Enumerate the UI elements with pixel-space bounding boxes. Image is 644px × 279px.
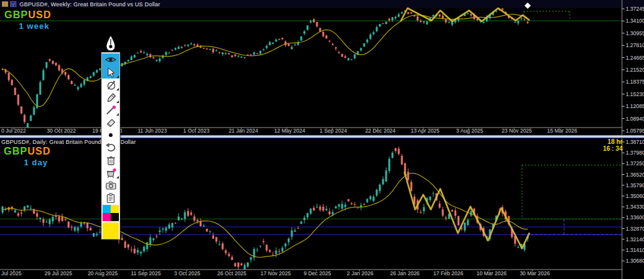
svg-text:23 Nov 2025: 23 Nov 2025 (502, 128, 532, 134)
svg-text:1.24665: 1.24665 (626, 55, 644, 61)
palette-cyan-swatch (103, 205, 111, 213)
clear-trash-tool[interactable] (102, 154, 119, 167)
svg-text:1.35790: 1.35790 (626, 182, 644, 189)
svg-text:0 Jul 2022: 0 Jul 2022 (1, 128, 26, 134)
timer-hours: 18 hr (603, 138, 623, 145)
color-palette[interactable] (102, 204, 119, 222)
svg-text:1.33600: 1.33600 (626, 214, 644, 221)
svg-text:12 May 2024: 12 May 2024 (274, 128, 305, 134)
svg-text:1.31410: 1.31410 (626, 247, 644, 253)
svg-text:11 Sep 2025: 11 Sep 2025 (131, 270, 161, 276)
svg-text:1.36520: 1.36520 (626, 172, 644, 178)
eraser-tool[interactable] (102, 116, 119, 129)
undo-tool[interactable] (102, 141, 119, 154)
palette-magenta-swatch (103, 213, 111, 221)
svg-text:1.18375: 1.18375 (626, 79, 644, 85)
visibility-eye-tool[interactable] (102, 53, 119, 66)
svg-text:20 Aug 2025: 20 Aug 2025 (87, 270, 118, 276)
cursor-select-tool[interactable] (102, 66, 119, 79)
submenu-triangle-icon (116, 101, 119, 103)
pen-nib-cursor-icon (104, 35, 118, 52)
svg-text:2 Jan 2026: 2 Jan 2026 (347, 270, 374, 276)
mouse-cursor-diamond (524, 0, 531, 6)
svg-text:29 Jul 2025: 29 Jul 2025 (45, 270, 72, 276)
palette-black-swatch (111, 213, 119, 221)
palette-yellow-swatch (111, 205, 119, 213)
submenu-triangle-icon (116, 75, 119, 78)
drawing-toolbar (101, 52, 120, 239)
svg-text:1.12085: 1.12085 (626, 103, 644, 109)
trading-workspace: GBPUSD#, Weekly: Great Britain Pound vs … (0, 0, 644, 279)
line-tool[interactable] (102, 104, 119, 116)
charts-canvas[interactable]: 1.372451.341001.309551.278101.246651.215… (0, 0, 644, 279)
svg-text:Jul 2025: Jul 2025 (1, 270, 21, 276)
svg-text:3 Oct 2025: 3 Oct 2025 (174, 270, 201, 276)
svg-text:1.37245: 1.37245 (626, 6, 644, 12)
daily-symbol-watermark: GBPUSD (4, 146, 50, 156)
submenu-triangle-icon (116, 176, 119, 178)
svg-text:1.38710: 1.38710 (626, 139, 644, 145)
svg-text:15 Mar 2026: 15 Mar 2026 (547, 128, 577, 134)
svg-text:17 Nov 2025: 17 Nov 2025 (260, 270, 291, 276)
timer-minutes: 16 : 34 (603, 145, 623, 152)
svg-text:1.35060: 1.35060 (626, 193, 644, 199)
svg-text:1.37250: 1.37250 (626, 160, 644, 167)
svg-text:1.27810: 1.27810 (626, 42, 644, 48)
candle-countdown-timer: 18 hr 16 : 34 (603, 138, 623, 152)
svg-text:1.37980: 1.37980 (626, 150, 644, 156)
submenu-triangle-icon (116, 113, 119, 116)
svg-text:3 Aug 2025: 3 Aug 2025 (456, 128, 483, 134)
svg-text:21 Jan 2024: 21 Jan 2024 (229, 128, 258, 134)
svg-text:9 Dec 2025: 9 Dec 2025 (304, 270, 331, 276)
svg-text:30 Mar 2026: 30 Mar 2026 (519, 270, 550, 276)
svg-text:17 Feb 2026: 17 Feb 2026 (433, 270, 464, 276)
shapes-pot-tool[interactable] (102, 167, 119, 179)
screenshot-camera-tool[interactable] (102, 179, 119, 192)
weekly-timeframe-watermark: 1 week (19, 21, 50, 31)
svg-text:1.32870: 1.32870 (626, 226, 644, 232)
svg-text:1.15230: 1.15230 (626, 91, 644, 97)
svg-text:1 Oct 2023: 1 Oct 2023 (183, 128, 209, 134)
svg-text:1.30680: 1.30680 (626, 258, 644, 264)
svg-text:1.32140: 1.32140 (626, 236, 644, 243)
active-color-swatch[interactable] (102, 222, 119, 239)
marker-pen-tool[interactable] (102, 91, 119, 104)
window-separator[interactable] (0, 135, 644, 138)
svg-text:1.08940: 1.08940 (626, 116, 644, 122)
svg-text:1.34100: 1.34100 (626, 18, 644, 24)
daily-timeframe-watermark: 1 day (24, 158, 48, 167)
svg-text:22 Dec 2024: 22 Dec 2024 (365, 128, 396, 134)
svg-text:13 Apr 2025: 13 Apr 2025 (411, 128, 440, 134)
svg-text:1.34330: 1.34330 (626, 204, 644, 210)
svg-text:11 Jun 2023: 11 Jun 2023 (138, 128, 167, 134)
svg-text:1.21520: 1.21520 (626, 67, 644, 73)
draw-disabled-tool[interactable] (102, 79, 119, 91)
dot-size-tool[interactable] (102, 129, 119, 141)
weekly-symbol-watermark: GBPUSD (4, 10, 51, 20)
svg-text:1.05795: 1.05795 (626, 128, 644, 134)
svg-text:30 Oct 2022: 30 Oct 2022 (47, 128, 76, 134)
svg-text:1.30955: 1.30955 (626, 30, 644, 36)
submenu-triangle-icon (116, 88, 119, 90)
clipboard-tool[interactable] (102, 192, 119, 204)
svg-text:10 Mar 2026: 10 Mar 2026 (477, 270, 507, 276)
svg-text:26 Jan 2026: 26 Jan 2026 (390, 270, 419, 276)
svg-text:26 Oct 2025: 26 Oct 2025 (218, 270, 247, 276)
svg-text:1 Sep 2024: 1 Sep 2024 (319, 128, 347, 134)
